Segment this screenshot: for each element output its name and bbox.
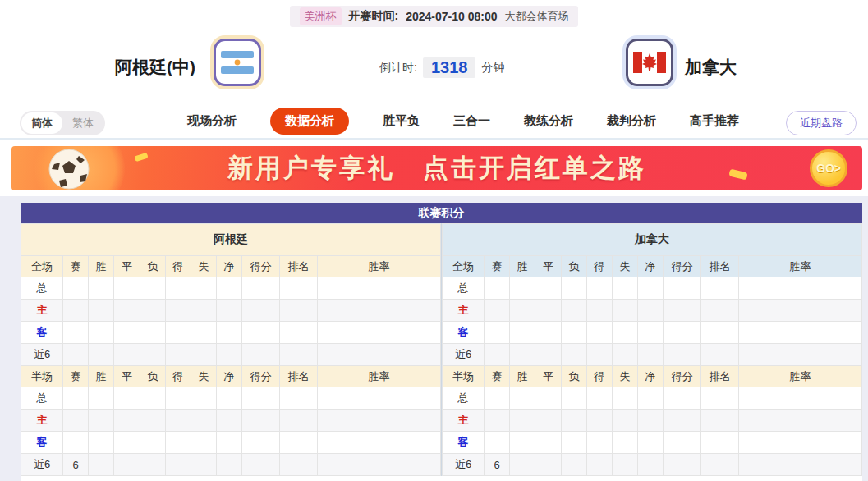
column-header: 净 [217,366,242,387]
stat-cell [485,432,510,454]
stat-cell [217,277,242,300]
recent-odds-button[interactable]: 近期盘路 [786,111,857,135]
column-header: 半场 [443,366,485,387]
column-header: 得分 [242,366,280,387]
stat-cell [485,322,510,344]
content-band: 联赛积分 阿根廷全场赛胜平负得失净得分排名胜率总主客近6半场赛胜平负得失净得分排… [0,196,868,481]
row-label-away: 客 [21,322,63,344]
stat-cell [318,300,441,322]
stat-cell [318,387,441,410]
stat-cell [140,410,165,432]
row-label-total: 总 [21,277,63,300]
stat-cell [217,387,242,410]
match-info-bar: 美洲杯 开赛时间: 2024-07-10 08:00 大都会体育场 [290,6,579,27]
promo-banner[interactable]: 新用户专享礼点击开启红单之路 GO> [11,146,862,190]
countdown-label: 倒计时: [379,61,417,76]
column-header: 半场 [21,366,63,387]
row-label-home: 主 [21,300,63,322]
stat-cell [165,277,191,300]
stat-cell [318,344,441,366]
stat-cell [485,277,510,300]
stat-cell [586,432,612,454]
lang-simplified[interactable]: 简体 [21,112,62,134]
row-label-home: 主 [443,410,485,432]
stat-cell [664,300,701,322]
venue: 大都会体育场 [504,9,568,24]
lang-traditional[interactable]: 繁体 [62,112,103,134]
stat-cell [318,454,441,476]
stat-cell [638,432,664,454]
stat-cell [191,410,216,432]
tab-coach-analysis[interactable]: 教练分析 [524,113,573,129]
stat-cell [217,322,242,344]
row-label-total: 总 [443,387,485,410]
row-label-recent: 近6 [21,344,63,366]
tab-three-in-one[interactable]: 三合一 [453,113,490,129]
stat-cell [535,410,561,432]
stat-cell [485,387,510,410]
stat-cell [701,300,739,322]
stat-cell [114,432,140,454]
stat-cell [638,410,664,432]
column-header: 得分 [664,256,701,277]
stat-cell [739,322,862,344]
tab-win-draw-lose[interactable]: 胜平负 [383,113,420,129]
tab-data-analysis[interactable]: 数据分析 [270,108,349,135]
stat-cell [280,387,318,410]
go-button[interactable]: GO> [810,149,847,187]
stat-cell [535,344,561,366]
stat-cell: 6 [485,454,510,476]
stat-cell [612,432,637,454]
column-header: 胜 [89,366,114,387]
column-header: 排名 [701,256,739,277]
tab-live-analysis[interactable]: 现场分析 [187,113,237,129]
stat-cell [140,432,165,454]
stat-cell [114,322,140,344]
stat-cell [510,410,535,432]
column-header: 净 [638,366,664,387]
tab-list: 现场分析 数据分析 胜平负 三合一 教练分析 裁判分析 高手推荐 [187,104,739,138]
stat-cell [739,277,862,300]
column-header: 得分 [664,366,701,387]
stat-cell [89,387,114,410]
row-label-total: 总 [443,277,485,300]
stat-cell [165,454,191,476]
column-header: 平 [535,366,561,387]
stat-cell [165,432,191,454]
column-header: 胜 [89,256,114,277]
stat-cell [638,277,664,300]
tab-expert-picks[interactable]: 高手推荐 [690,113,739,129]
row-label-away: 客 [443,432,485,454]
stat-cell [739,454,862,476]
stat-cell [612,344,637,366]
stat-cell [586,344,612,366]
stat-cell [140,344,165,366]
stat-cell [191,432,216,454]
stat-cell [586,277,612,300]
column-header: 赛 [63,256,89,277]
stat-cell [165,322,191,344]
column-header: 平 [535,256,561,277]
stat-cell [63,410,89,432]
maple-leaf-icon [642,53,657,71]
stat-cell [664,410,701,432]
column-header: 胜率 [318,256,441,277]
stat-cell [140,300,165,322]
tab-referee-analysis[interactable]: 裁判分析 [607,113,656,129]
stat-cell [217,432,242,454]
stat-cell [280,454,318,476]
stat-cell [535,300,561,322]
stat-cell [191,454,216,476]
stat-cell [242,322,280,344]
stat-cell [217,454,242,476]
stat-cell [165,300,191,322]
stat-cell [535,387,561,410]
league-badge[interactable]: 美洲杯 [300,7,342,25]
stat-cell [586,387,612,410]
stat-cell [242,300,280,322]
stat-cell [664,277,701,300]
stat-cell: 6 [63,454,89,476]
stat-cell [191,277,216,300]
stat-cell [586,322,612,344]
stat-cell [165,387,191,410]
